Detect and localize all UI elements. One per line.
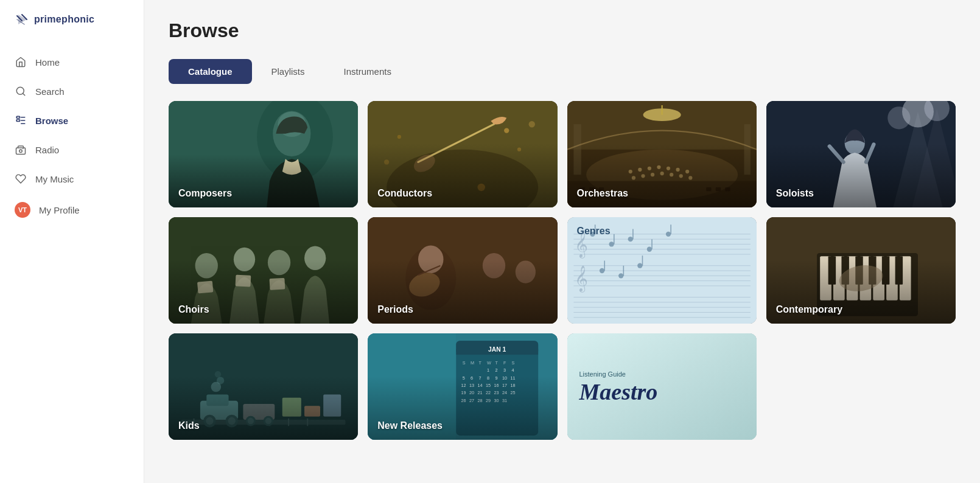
browse-grid: Composers xyxy=(169,101,956,440)
svg-text:𝄞: 𝄞 xyxy=(575,265,588,293)
app-name: primephonic xyxy=(34,14,94,25)
svg-point-106 xyxy=(618,273,623,278)
svg-point-104 xyxy=(599,268,604,273)
sidebar-item-mymusic[interactable]: My Music xyxy=(0,164,144,193)
svg-line-5 xyxy=(23,93,24,95)
app-logo[interactable]: primephonic xyxy=(0,0,144,41)
home-icon xyxy=(15,56,27,68)
card-contemporary-label: Contemporary xyxy=(766,296,956,324)
card-choirs-label: Choirs xyxy=(169,296,358,324)
radio-icon xyxy=(15,144,27,156)
profile-avatar: VT xyxy=(15,202,30,218)
svg-rect-11 xyxy=(16,148,26,155)
sidebar-item-mymusic-label: My Music xyxy=(35,174,74,184)
browse-icon xyxy=(15,114,27,127)
sidebar: primephonic Home Search xyxy=(0,0,144,483)
sidebar-item-search[interactable]: Search xyxy=(0,77,144,106)
card-maestro-title: Maestro xyxy=(579,380,658,403)
sidebar-item-browse-label: Browse xyxy=(35,116,68,126)
page-title: Browse xyxy=(169,19,956,42)
tabs-bar: Catalogue Playlists Instruments xyxy=(169,59,956,84)
svg-rect-6 xyxy=(16,116,19,118)
logo-icon xyxy=(15,12,29,27)
card-maestro[interactable]: Listening Guide Maestro xyxy=(567,333,757,440)
card-kids[interactable]: Kids xyxy=(169,333,358,440)
sidebar-item-search-label: Search xyxy=(35,86,65,97)
tab-instruments[interactable]: Instruments xyxy=(324,59,411,84)
card-newreleases-label: New Releases xyxy=(368,412,557,440)
tab-catalogue[interactable]: Catalogue xyxy=(169,59,252,84)
sidebar-nav: Home Search Browse xyxy=(0,41,144,483)
card-genres[interactable]: 𝄞 𝄞 Genres xyxy=(567,217,757,324)
sidebar-item-myprofile[interactable]: VT My Profile xyxy=(0,193,144,226)
card-composers-label: Composers xyxy=(169,179,358,207)
profile-initials: VT xyxy=(18,206,27,214)
sidebar-item-home-label: Home xyxy=(35,57,60,68)
sidebar-item-home[interactable]: Home xyxy=(0,47,144,77)
card-newreleases[interactable]: JAN 1 S M T W T F S 1 2 3 xyxy=(368,333,557,440)
main-content: Browse Catalogue Playlists Instruments xyxy=(144,0,980,483)
sidebar-item-radio[interactable]: Radio xyxy=(0,135,144,164)
card-soloists-label: Soloists xyxy=(766,179,956,207)
card-conductors-label: Conductors xyxy=(368,179,557,207)
card-periods-label: Periods xyxy=(368,296,557,324)
svg-point-12 xyxy=(19,150,23,153)
svg-rect-7 xyxy=(16,120,19,122)
card-soloists[interactable]: Soloists xyxy=(766,101,956,207)
card-kids-label: Kids xyxy=(169,412,358,440)
card-conductors[interactable]: Conductors xyxy=(368,101,557,207)
card-maestro-content: Listening Guide Maestro xyxy=(567,333,757,440)
sidebar-item-browse[interactable]: Browse xyxy=(0,106,144,135)
heart-icon xyxy=(15,173,27,185)
card-contemporary[interactable]: Contemporary xyxy=(766,217,956,324)
tab-playlists[interactable]: Playlists xyxy=(252,59,324,84)
sidebar-item-radio-label: Radio xyxy=(35,145,59,155)
card-orchestras[interactable]: Orchestras xyxy=(567,101,757,207)
card-orchestras-label: Orchestras xyxy=(567,179,757,207)
card-choirs[interactable]: Choirs xyxy=(169,217,358,324)
search-icon xyxy=(15,85,27,97)
card-periods[interactable]: Periods xyxy=(368,217,557,324)
card-composers[interactable]: Composers xyxy=(169,101,358,207)
sidebar-item-myprofile-label: My Profile xyxy=(39,205,80,215)
svg-point-108 xyxy=(637,263,642,268)
svg-point-100 xyxy=(646,247,651,252)
card-maestro-guide-label: Listening Guide xyxy=(579,370,626,378)
card-genres-label: Genres xyxy=(567,217,757,245)
